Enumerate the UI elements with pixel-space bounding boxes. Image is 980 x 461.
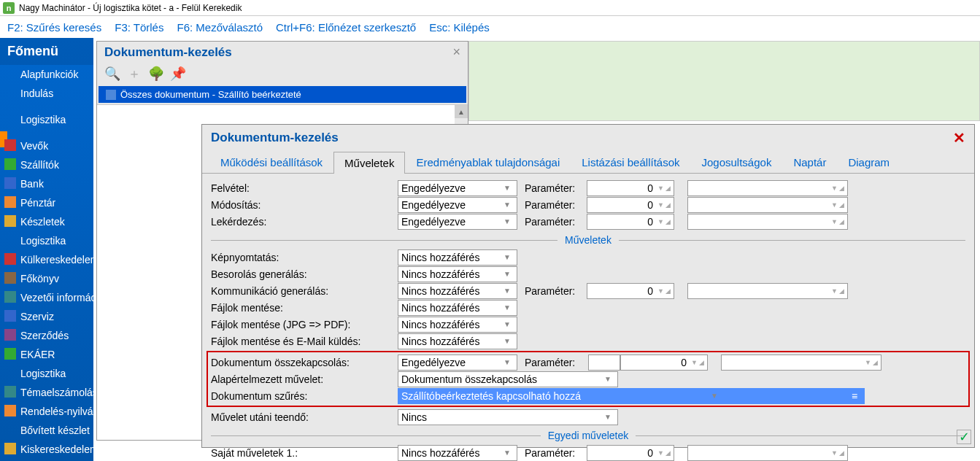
form-label: Kommunikáció generálás: xyxy=(211,285,398,297)
dropdown[interactable]: Nincs hozzáférés▼ xyxy=(398,317,517,333)
chevron-down-icon: ▼ xyxy=(501,217,514,225)
extra-dropdown[interactable]: ▼◢ xyxy=(687,214,848,230)
shortcut-f3[interactable]: F3: Törlés xyxy=(115,21,163,34)
form-row: Fájlok mentése (JPG => PDF):Nincs hozzáf… xyxy=(211,316,965,333)
shortcut-ctrl-f6[interactable]: Ctrl+F6: Előnézet szerkesztő xyxy=(276,21,416,34)
doc-panel-selected-text: Összes dokumentum - Szállító beérkezteté xyxy=(120,89,301,100)
close-icon[interactable]: ✕ xyxy=(953,129,965,147)
form-label: Fájlok mentése: xyxy=(211,302,398,314)
sidebar-item-fokonyv[interactable]: Főkönyv xyxy=(0,269,93,288)
sidebar-item-kulkeresked[interactable]: Külkereskedelem xyxy=(0,250,93,269)
tab-eredmeny[interactable]: Eredményablak tulajdonságai xyxy=(405,151,571,173)
param-input[interactable]: 0▼◢ xyxy=(587,283,674,299)
dropdown[interactable]: Engedélyezve▼ xyxy=(398,214,517,230)
extra-dropdown[interactable]: ▼◢ xyxy=(687,283,848,299)
pin-icon[interactable]: 📌 xyxy=(170,66,186,82)
add-icon[interactable]: ＋ xyxy=(126,66,142,82)
param-label: Paraméter: xyxy=(525,182,587,194)
sidebar-item-logisztika2[interactable]: Logisztika xyxy=(0,364,93,383)
param-label: Paraméter: xyxy=(525,357,587,368)
corner-icon: ◢ xyxy=(839,185,844,192)
param-input[interactable]: 0▼◢ xyxy=(587,197,674,213)
sidebar-item-penztar[interactable]: Pénztár xyxy=(0,193,93,212)
section-muveletek: Műveletek xyxy=(557,234,619,246)
shortcut-f6[interactable]: F6: Mezőválasztó xyxy=(177,21,263,34)
retail-icon xyxy=(4,443,16,454)
dropdown[interactable]: Nincs hozzáférés▼ xyxy=(398,266,517,282)
highlighted-section: Dokumentum összekapcsolás:Engedélyezve▼P… xyxy=(207,351,970,407)
sidebar-item-kiskeresked[interactable]: Kiskereskedelem xyxy=(0,440,93,459)
extra-dropdown[interactable]: ▼◢ xyxy=(721,355,881,371)
chevron-down-icon: ▼ xyxy=(601,375,614,383)
corner-icon: ◢ xyxy=(665,185,671,192)
dropdown[interactable]: Nincs hozzáférés▼ xyxy=(398,333,517,349)
dialog-title: Dokumentum-kezelés xyxy=(211,131,339,145)
dropdown[interactable]: Nincs hozzáférés▼ xyxy=(398,445,517,461)
param-label: Paraméter: xyxy=(525,199,587,211)
sidebar-item-logisztika[interactable]: Logisztika xyxy=(0,231,93,250)
chevron-down-icon: ▼ xyxy=(657,218,664,225)
sidebar-item-szerviz[interactable]: Szerviz xyxy=(0,307,93,326)
extra-dropdown[interactable]: ▼◢ xyxy=(687,180,848,196)
dropdown[interactable]: Nincs hozzáférés▼ xyxy=(398,300,517,316)
scroll-up-icon[interactable]: ▲ xyxy=(455,105,468,118)
sidebar-item-bovitett[interactable]: Bővített készlet xyxy=(0,421,93,440)
extra-dropdown[interactable]: ▼◢ xyxy=(687,445,848,461)
param-input[interactable]: 0▼◢ xyxy=(587,214,674,230)
dropdown[interactable]: Szállítóbeérkeztetés kapcsolható hozzá▼≡ xyxy=(398,388,865,404)
tab-muveletek[interactable]: Műveletek xyxy=(333,152,405,174)
suppliers-icon xyxy=(4,158,16,170)
dropdown[interactable]: Engedélyezve▼ xyxy=(398,197,517,213)
app-icon: n xyxy=(3,2,15,14)
doc-panel-selected-row[interactable]: Összes dokumentum - Szállító beérkezteté xyxy=(99,86,466,103)
tab-bar: Működési beállítások Műveletek Eredménya… xyxy=(202,151,974,174)
dropdown[interactable]: Engedélyezve▼ xyxy=(398,355,517,371)
form-row: Felvétel:Engedélyezve▼Paraméter:0▼◢▼◢ xyxy=(211,179,965,196)
shortcut-f2[interactable]: F2: Szűrés keresés xyxy=(7,21,101,34)
param-input[interactable]: 0▼◢ xyxy=(587,180,674,196)
param-input[interactable]: 0▼◢ xyxy=(620,355,708,371)
corner-icon: ◢ xyxy=(873,359,878,366)
shortcut-esc[interactable]: Esc: Kilépés xyxy=(429,21,490,34)
document-icon xyxy=(106,90,116,100)
tab-mukodesi[interactable]: Működési beállítások xyxy=(209,151,333,173)
form-label: Besorolás generálás: xyxy=(211,268,398,280)
param-label: Paraméter: xyxy=(525,447,587,459)
sidebar-item-alapfunkciok[interactable]: Alapfunkciók xyxy=(0,65,93,84)
tab-diagram[interactable]: Diagram xyxy=(837,151,900,173)
dropdown[interactable]: Nincs▼ xyxy=(398,409,618,425)
extra-dropdown[interactable]: ▼◢ xyxy=(687,197,848,213)
sidebar-item-rendeles[interactable]: Rendelés-nyilvántartás xyxy=(0,402,93,421)
confirm-icon[interactable]: ✓ xyxy=(957,430,971,444)
form-row: Képnyomtatás:Nincs hozzáférés▼ xyxy=(211,249,965,266)
sidebar-item-szallitok[interactable]: Szállítók xyxy=(0,155,93,174)
tree-icon[interactable]: 🌳 xyxy=(148,66,164,82)
sidebar-item-indulas[interactable]: Indulás xyxy=(0,84,93,103)
search-icon[interactable]: 🔍 xyxy=(104,66,120,82)
sidebar-item-szerzodes[interactable]: Szerződés xyxy=(0,326,93,345)
form-row: Dokumentum szűrés:Szállítóbeérkeztetés k… xyxy=(211,387,965,404)
sidebar-item-bank[interactable]: Bank xyxy=(0,174,93,193)
form-label: Alapértelmezett művelet: xyxy=(211,373,398,385)
doc-panel-close-icon[interactable]: × xyxy=(452,44,460,60)
sidebar-item-temaelszam[interactable]: Témaelszámolás xyxy=(0,383,93,402)
dropdown[interactable]: Nincs hozzáférés▼ xyxy=(398,249,517,266)
sidebar-item-vezetoi[interactable]: Vezetői információk xyxy=(0,288,93,307)
dropdown[interactable]: Nincs hozzáférés▼ xyxy=(398,283,517,299)
tab-jogosultsagok[interactable]: Jogosultságok xyxy=(691,151,783,173)
dropdown[interactable]: Dokumentum összekapcsolás▼ xyxy=(398,371,618,387)
sidebar-item-keszletek[interactable]: Készletek xyxy=(0,212,93,231)
form-label: Fájlok mentése és E-Mail küldés: xyxy=(211,336,398,347)
chevron-down-icon: ▼ xyxy=(501,184,514,192)
tab-listazasi[interactable]: Listázási beállítások xyxy=(571,151,690,173)
param-small-input[interactable] xyxy=(588,355,620,371)
foreign-trade-icon xyxy=(4,253,16,265)
param-input[interactable]: 0▼◢ xyxy=(587,445,674,461)
sidebar-item-vevok[interactable]: Vevők xyxy=(0,136,93,155)
sidebar-item-ekaer[interactable]: EKÁER xyxy=(0,345,93,364)
chevron-down-icon: ▼ xyxy=(865,359,871,366)
sidebar-item-logisztika-top[interactable]: Logisztika xyxy=(0,110,93,129)
param-label: Paraméter: xyxy=(525,216,587,228)
dropdown[interactable]: Engedélyezve▼ xyxy=(398,180,517,196)
tab-naptar[interactable]: Naptár xyxy=(782,151,837,173)
